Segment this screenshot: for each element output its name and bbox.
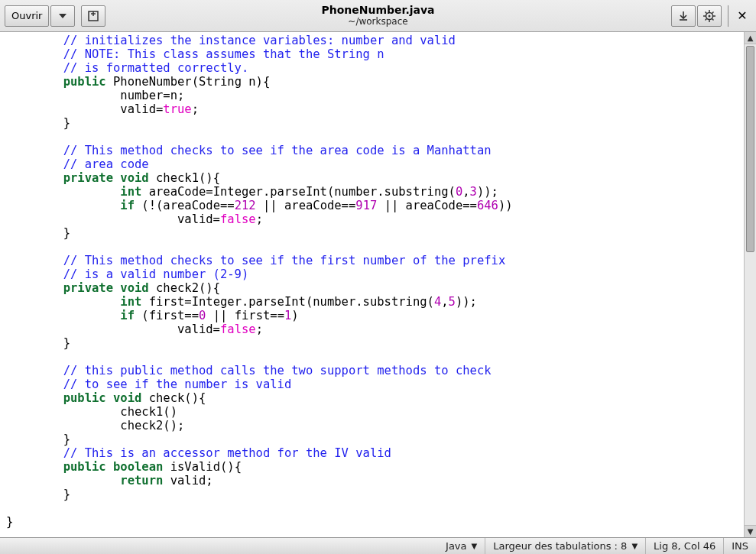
separator [728, 5, 728, 27]
new-document-icon [87, 10, 99, 22]
status-bar: Java ▼ Largeur des tabulations : 8 ▼ Lig… [0, 537, 756, 554]
svg-line-8 [712, 18, 714, 20]
scroll-down-arrow[interactable]: ▼ [745, 525, 756, 537]
menu-button[interactable] [697, 5, 722, 27]
title-filename: PhoneNumber.java [0, 5, 756, 16]
chevron-down-icon: ▼ [631, 542, 638, 550]
code-editor[interactable]: // initializes the instance variables: n… [0, 32, 744, 537]
cursor-position[interactable]: Lig 8, Col 46 [645, 538, 723, 554]
scroll-thumb[interactable] [746, 46, 754, 252]
editor-area: // initializes the instance variables: n… [0, 32, 756, 537]
save-button[interactable] [671, 5, 696, 27]
close-icon: ✕ [737, 8, 747, 23]
svg-line-9 [712, 11, 714, 13]
open-recent-dropdown[interactable] [50, 5, 75, 27]
chevron-down-icon: ▼ [472, 542, 478, 550]
open-button-label: Ouvrir [11, 10, 42, 21]
title-bar: Ouvrir PhoneNumber.java ~/workspace [0, 0, 756, 32]
close-button[interactable]: ✕ [733, 7, 751, 25]
window-title: PhoneNumber.java ~/workspace [0, 5, 756, 27]
title-path: ~/workspace [0, 17, 756, 27]
cursor-position-label: Lig 8, Col 46 [654, 540, 715, 552]
new-tab-button[interactable] [81, 5, 105, 27]
tab-width-label: Largeur des tabulations : 8 [493, 540, 627, 552]
svg-line-7 [706, 11, 707, 13]
insert-mode-label: INS [732, 540, 748, 552]
svg-line-10 [706, 18, 707, 20]
vertical-scrollbar[interactable]: ▲ ▼ [744, 32, 756, 537]
svg-point-2 [709, 15, 711, 17]
scroll-up-arrow[interactable]: ▲ [745, 32, 756, 44]
language-selector[interactable]: Java ▼ [438, 538, 485, 554]
language-label: Java [446, 540, 466, 552]
tab-width-selector[interactable]: Largeur des tabulations : 8 ▼ [485, 538, 645, 554]
gear-icon [703, 10, 715, 22]
insert-mode[interactable]: INS [723, 538, 756, 554]
open-button[interactable]: Ouvrir [5, 5, 49, 27]
save-icon [677, 10, 689, 22]
chevron-down-icon [59, 14, 67, 18]
